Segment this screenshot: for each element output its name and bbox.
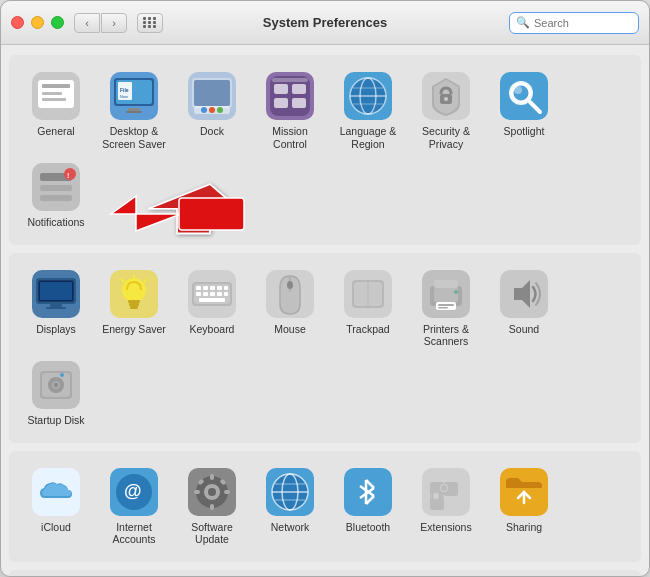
pref-icloud[interactable]: iCloud: [17, 461, 95, 552]
svg-point-20: [201, 107, 207, 113]
svg-rect-25: [274, 84, 288, 94]
mission-control-icon: [265, 71, 315, 121]
svg-rect-14: [128, 108, 140, 111]
section-internet: iCloud @ Internet Accounts: [9, 451, 641, 562]
svg-rect-93: [438, 304, 454, 306]
svg-rect-57: [46, 307, 66, 309]
search-icon: 🔍: [516, 16, 530, 29]
minimize-button[interactable]: [31, 16, 44, 29]
svg-rect-73: [217, 286, 222, 290]
pref-spotlight[interactable]: Spotlight: [485, 65, 563, 156]
svg-point-95: [454, 290, 458, 294]
svg-point-104: [60, 373, 64, 377]
displays-icon: [31, 269, 81, 319]
pref-software-update[interactable]: Software Update: [173, 461, 251, 552]
section-personal: General File New: [9, 55, 641, 245]
pref-general[interactable]: General: [17, 65, 95, 156]
bluetooth-label: Bluetooth: [346, 521, 390, 534]
spotlight-icon: [499, 71, 549, 121]
desktop-icon: File New: [109, 71, 159, 121]
svg-rect-77: [210, 292, 215, 296]
pref-dock[interactable]: Dock: [173, 65, 251, 156]
general-label: General: [37, 125, 74, 138]
svg-rect-115: [194, 490, 200, 494]
svg-rect-80: [199, 298, 225, 302]
svg-point-22: [217, 107, 223, 113]
mouse-icon: [265, 269, 315, 319]
section-system: Users & Groups Parental Controls: [9, 570, 641, 576]
forward-button[interactable]: ›: [101, 13, 127, 33]
pref-bluetooth[interactable]: Bluetooth: [329, 461, 407, 552]
preferences-content: General File New: [1, 45, 649, 576]
language-icon: [343, 71, 393, 121]
svg-point-138: [441, 485, 447, 491]
bluetooth-icon: [343, 467, 393, 517]
close-button[interactable]: [11, 16, 24, 29]
svg-rect-58: [40, 282, 72, 300]
svg-rect-28: [292, 98, 306, 108]
pref-desktop-screensaver[interactable]: File New Desktop & Screen Saver: [95, 65, 173, 156]
energy-icon: [109, 269, 159, 319]
titlebar: ‹ › System Preferences 🔍: [1, 1, 649, 45]
pref-network[interactable]: Network: [251, 461, 329, 552]
software-update-label: Software Update: [177, 521, 247, 546]
desktop-screensaver-label: Desktop & Screen Saver: [99, 125, 169, 150]
svg-rect-76: [203, 292, 208, 296]
pref-notifications[interactable]: ! Notifications: [17, 156, 95, 235]
svg-rect-116: [224, 490, 230, 494]
pref-sharing[interactable]: Sharing: [485, 461, 563, 552]
svg-point-39: [444, 97, 448, 101]
svg-rect-71: [203, 286, 208, 290]
section-hardware: Displays: [9, 253, 641, 443]
svg-text:!: !: [67, 172, 69, 179]
sound-label: Sound: [509, 323, 539, 336]
pref-trackpad[interactable]: Trackpad: [329, 263, 407, 354]
pref-displays[interactable]: Displays: [17, 263, 95, 354]
svg-rect-27: [274, 98, 288, 108]
grid-view-button[interactable]: [137, 13, 163, 33]
printers-scanners-label: Printers & Scanners: [411, 323, 481, 348]
internet-grid: iCloud @ Internet Accounts: [17, 461, 633, 552]
security-icon: [421, 71, 471, 121]
network-label: Network: [271, 521, 310, 534]
trackpad-label: Trackpad: [346, 323, 389, 336]
svg-rect-74: [224, 286, 228, 290]
network-icon: [265, 467, 315, 517]
startup-disk-icon: [31, 360, 81, 410]
pref-startup-disk[interactable]: Startup Disk: [17, 354, 95, 433]
spotlight-label: Spotlight: [504, 125, 545, 138]
pref-mouse[interactable]: Mouse: [251, 263, 329, 354]
nav-buttons: ‹ ›: [74, 13, 127, 33]
svg-rect-91: [434, 280, 458, 288]
maximize-button[interactable]: [51, 16, 64, 29]
svg-rect-72: [210, 286, 215, 290]
pref-language-region[interactable]: Language & Region: [329, 65, 407, 156]
pref-printers-scanners[interactable]: Printers & Scanners: [407, 263, 485, 354]
svg-point-45: [514, 86, 522, 94]
sharing-icon: [499, 467, 549, 517]
svg-point-112: [208, 488, 216, 496]
pref-sound[interactable]: Sound: [485, 263, 563, 354]
trackpad-icon: [343, 269, 393, 319]
svg-rect-94: [438, 307, 448, 309]
svg-rect-79: [224, 292, 228, 296]
dock-label: Dock: [200, 125, 224, 138]
search-box[interactable]: 🔍: [509, 12, 639, 34]
pref-mission-control[interactable]: Mission Control: [251, 65, 329, 156]
svg-rect-48: [40, 185, 72, 191]
svg-rect-90: [434, 288, 458, 302]
pref-security-privacy[interactable]: Security & Privacy: [407, 65, 485, 156]
svg-rect-18: [194, 80, 230, 106]
back-button[interactable]: ‹: [74, 13, 100, 33]
pref-extensions[interactable]: Extensions: [407, 461, 485, 552]
general-icon: [31, 71, 81, 121]
internet-accounts-label: Internet Accounts: [99, 521, 169, 546]
search-input[interactable]: [534, 17, 632, 29]
language-region-label: Language & Region: [333, 125, 403, 150]
pref-keyboard[interactable]: Keyboard: [173, 263, 251, 354]
energy-label: Energy Saver: [102, 323, 166, 336]
displays-label: Displays: [36, 323, 76, 336]
security-privacy-label: Security & Privacy: [411, 125, 481, 150]
pref-internet-accounts[interactable]: @ Internet Accounts: [95, 461, 173, 552]
pref-energy-saver[interactable]: Energy Saver: [95, 263, 173, 354]
